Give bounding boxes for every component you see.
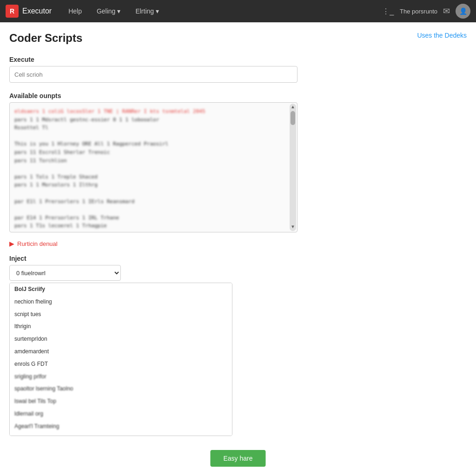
inject-dropdown[interactable]: 0 fiuelrowrl [9,265,121,281]
brand-icon: R [6,5,19,18]
scroll-thumb[interactable] [291,111,295,125]
scripts-display: eldsaers 1 coliG locosSler 1 TNE | RANRe… [9,102,298,232]
execute-input[interactable] [9,66,298,83]
brand-name: Executor [22,7,52,15]
easy-hare-button[interactable]: Easy hare [210,450,265,467]
inject-section: Inject 0 fiuelrowrl BolJ Scriifynechion … [9,255,467,436]
scrollbar[interactable]: ▲ ▼ [290,104,296,231]
available-section: Available ounpts eldsaers 1 coliG locosS… [9,92,467,232]
nav-geling[interactable]: Geling ▾ [91,0,126,22]
page-title: Coder Scripts [9,32,82,45]
notification-icon[interactable]: ✉ [443,6,450,16]
nav-right: ⋮⎯ The porsrunto ✉ 👤 [382,4,470,19]
avatar[interactable]: 👤 [456,4,470,19]
list-item[interactable]: lthrigin [10,320,232,333]
execute-label: Execute [9,56,467,63]
scroll-down-icon[interactable]: ▼ [290,224,296,230]
brand[interactable]: R Executor [6,5,52,18]
nav-help[interactable]: Help [63,0,87,22]
list-item[interactable]: srigling prlfor [10,370,232,383]
list-item[interactable]: nechion fheling [10,296,232,308]
list-item[interactable]: Agearl'l Tramteing [10,420,232,433]
uses-link[interactable]: Uses the Dedeks [417,32,467,39]
inject-label: Inject [9,255,467,262]
bottom-area: Easy hare [210,450,265,467]
scroll-up-icon[interactable]: ▲ [290,104,296,110]
chevron-down-icon: ▾ [156,7,159,15]
list-item[interactable]: spaoltor lserning Taolno [10,383,232,395]
list-item[interactable]: lswal bel Tils Top [10,395,232,408]
share-icon[interactable]: ⋮⎯ [382,7,394,16]
list-item[interactable]: scnipt tues [10,308,232,321]
list-item[interactable]: BolJ Scriify [10,283,232,296]
running-status: ▶ Rurticin denual [9,240,467,247]
list-item[interactable]: ldlernail org [10,408,232,420]
chevron-down-icon: ▾ [117,7,120,15]
running-icon: ▶ [9,240,14,247]
inject-list[interactable]: BolJ Scriifynechion fhelingscnipt tueslt… [9,283,232,436]
available-label: Available ounpts [9,92,467,99]
scripts-content: eldsaers 1 coliG locosSler 1 TNE | RANRe… [10,103,297,232]
nav-elrting[interactable]: Elrting ▾ [130,0,165,22]
execute-section: Execute [9,56,467,83]
username-label: The porsrunto [400,8,437,15]
running-label: Rurticin denual [17,240,58,247]
page-header: Coder Scripts Uses the Dedeks [9,32,467,45]
list-item[interactable]: enrols G FDT [10,358,232,370]
navbar: R Executor Help Geling ▾ Elrting ▾ ⋮⎯ Th… [0,0,476,22]
list-item[interactable]: larrol oast [10,433,232,436]
main-content: Coder Scripts Uses the Dedeks Execute Av… [0,22,476,476]
list-item[interactable]: surtemprIdon [10,333,232,345]
list-item[interactable]: amdemardent [10,345,232,358]
